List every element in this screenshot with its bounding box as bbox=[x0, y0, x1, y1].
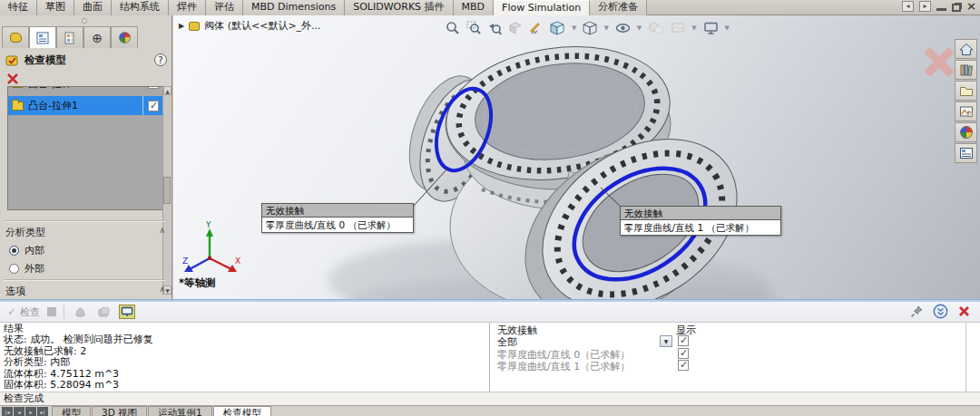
ribbon-tab-structure[interactable]: 结构系统 bbox=[112, 0, 169, 15]
property-manager-tabs: ⊕ bbox=[2, 26, 138, 48]
ribbon-tab-surfaces[interactable]: 曲面 bbox=[74, 0, 112, 15]
pane-previous-icon[interactable]: ◂ bbox=[902, 1, 914, 12]
view-palette-tab[interactable] bbox=[955, 102, 977, 121]
tab-scroll-buttons[interactable]: |◂ ◂ ▸ ▸| bbox=[2, 407, 48, 416]
cancel-icon[interactable] bbox=[5, 72, 20, 86]
close-button[interactable]: × bbox=[966, 1, 976, 12]
filter-dropdown-icon[interactable]: ▼ bbox=[660, 335, 672, 347]
document-breadcrumb[interactable]: ▶ 阀体 (默认<<默认>_外... bbox=[179, 19, 321, 33]
ribbon-tab-features[interactable]: 特征 bbox=[0, 0, 37, 15]
collapse-chevron-icon[interactable]: ∧ bbox=[159, 285, 165, 298]
tab-scroll-prev-icon[interactable]: ◂ bbox=[14, 407, 24, 416]
dropdown-caret-icon[interactable]: ▼ bbox=[725, 24, 730, 32]
close-panel-icon[interactable] bbox=[957, 305, 971, 318]
propertymanager-tab[interactable] bbox=[29, 26, 56, 48]
stop-button[interactable] bbox=[47, 307, 56, 316]
callout-invalid-contact-1[interactable]: 无效接触 零厚度曲线/直线 1 （已求解） bbox=[620, 206, 781, 236]
restore-button[interactable] bbox=[952, 4, 961, 12]
show-fluid-volume-button[interactable] bbox=[72, 305, 88, 319]
contact-item[interactable]: 零厚度曲线/直线 1（已求解） bbox=[497, 360, 630, 373]
panel-splitter[interactable] bbox=[0, 15, 172, 26]
callout-invalid-contact-0[interactable]: 无效接触 零厚度曲线/直线 0 （已求解） bbox=[261, 203, 414, 233]
dropdown-caret-icon[interactable]: ▼ bbox=[603, 24, 608, 32]
result-analysis-type: 分析类型: 内部 bbox=[4, 357, 485, 368]
radio-external[interactable]: 外部 bbox=[9, 262, 44, 276]
design-library-tab[interactable] bbox=[955, 60, 977, 80]
feature-checkbox[interactable] bbox=[148, 101, 159, 111]
view-orientation-icon[interactable] bbox=[550, 21, 565, 35]
display-style-icon[interactable] bbox=[583, 21, 597, 35]
help-icon[interactable]: ? bbox=[154, 53, 167, 66]
options-section-header[interactable]: 选项 ∧ bbox=[5, 285, 165, 298]
ribbon-tab-weldments[interactable]: 焊件 bbox=[169, 0, 206, 15]
home-tab[interactable] bbox=[955, 39, 977, 59]
configurationmanager-tab[interactable] bbox=[56, 26, 83, 48]
displaymanager-icon bbox=[119, 32, 131, 44]
show-invalid-contacts-button[interactable] bbox=[119, 305, 135, 319]
check-model-icon bbox=[5, 53, 20, 66]
callout-body: 零厚度曲线/直线 0 （已求解） bbox=[262, 218, 413, 232]
zoom-fit-icon[interactable] bbox=[446, 21, 460, 35]
file-explorer-tab[interactable] bbox=[955, 81, 977, 101]
feature-checkbox[interactable] bbox=[148, 87, 159, 89]
displaymanager-tab[interactable] bbox=[111, 26, 138, 48]
tab-scroll-first-icon[interactable]: |◂ bbox=[2, 407, 13, 416]
tab-scroll-next-icon[interactable]: ▸ bbox=[25, 407, 36, 416]
show-solid-volume-button[interactable] bbox=[95, 305, 112, 319]
section-view-icon[interactable] bbox=[508, 21, 523, 35]
list-item[interactable]: 凸台-拉伸1 bbox=[8, 87, 162, 96]
task-pane bbox=[955, 39, 978, 163]
contact-checkbox[interactable] bbox=[678, 348, 689, 359]
custom-properties-tab[interactable] bbox=[955, 143, 977, 163]
triad-x-label: X bbox=[235, 256, 240, 266]
collapse-chevron-icon[interactable]: ∧ bbox=[159, 226, 165, 239]
tab-scroll-last-icon[interactable]: ▸| bbox=[37, 407, 48, 416]
callout-body: 零厚度曲线/直线 1 （已求解） bbox=[621, 220, 780, 235]
appearance-icon[interactable] bbox=[648, 21, 664, 35]
3d-model[interactable] bbox=[173, 15, 980, 299]
dropdown-caret-icon[interactable]: ▼ bbox=[572, 24, 576, 32]
hide-show-items-icon[interactable] bbox=[615, 21, 631, 35]
scene-icon[interactable] bbox=[671, 21, 685, 35]
show-all-checkbox[interactable] bbox=[678, 335, 689, 346]
status-bar: 检查完成 bbox=[0, 392, 980, 405]
tab-3d-views[interactable]: 3D 视图 bbox=[92, 406, 147, 416]
ribbon-tab-sketch[interactable]: 草图 bbox=[37, 0, 74, 15]
appearances-icon bbox=[960, 126, 973, 139]
dropdown-caret-icon[interactable]: ▼ bbox=[637, 24, 642, 32]
expand-tree-icon[interactable]: ▶ bbox=[179, 22, 184, 30]
tab-model[interactable]: 模型 bbox=[52, 406, 91, 416]
graphics-viewport[interactable]: ▶ 阀体 (默认<<默认>_外... ▼ ▼ ▼ ▼ ▼ bbox=[173, 15, 980, 299]
radio-internal[interactable]: 内部 bbox=[9, 244, 44, 257]
minimize-button[interactable] bbox=[936, 8, 946, 11]
ribbon-tab-addins[interactable]: SOLIDWORKS 插件 bbox=[345, 0, 453, 15]
ribbon-tab-flow-simulation[interactable]: Flow Simulation bbox=[494, 0, 590, 15]
previous-view-icon[interactable] bbox=[487, 21, 502, 35]
pane-next-icon[interactable]: ▸ bbox=[919, 1, 931, 12]
ribbon-tab-analysis-prep[interactable]: 分析准备 bbox=[590, 0, 647, 15]
measure-icon[interactable] bbox=[529, 21, 544, 35]
check-button[interactable]: ✓ 检查 bbox=[7, 305, 40, 319]
contacts-filter-value[interactable]: 全部 bbox=[497, 335, 517, 349]
ribbon-tab-mbd[interactable]: MBD bbox=[454, 0, 495, 15]
ribbon-tab-mbd-dimensions[interactable]: MBD Dimensions bbox=[243, 0, 345, 15]
collapse-panel-icon[interactable] bbox=[933, 304, 948, 319]
contact-checkbox[interactable] bbox=[678, 360, 689, 371]
scroll-up-icon[interactable]: ▲ bbox=[163, 86, 172, 95]
featuremanager-tab[interactable] bbox=[2, 26, 29, 48]
dropdown-caret-icon[interactable]: ▼ bbox=[691, 24, 696, 32]
tab-check-model[interactable]: 检查模型 bbox=[213, 406, 271, 416]
dimxpert-tab[interactable]: ⊕ bbox=[83, 26, 111, 48]
pin-icon[interactable] bbox=[910, 305, 924, 318]
view-palette-icon bbox=[959, 105, 974, 118]
analysis-type-section-header[interactable]: 分析类型 ∧ bbox=[5, 226, 165, 239]
view-settings-icon[interactable] bbox=[703, 21, 719, 35]
appearances-tab[interactable] bbox=[955, 122, 977, 142]
invalid-contacts-icon bbox=[121, 306, 133, 317]
ribbon-tab-evaluate[interactable]: 评估 bbox=[206, 0, 243, 15]
pm-scrollbar[interactable]: ▲ ▼ bbox=[162, 86, 171, 295]
tab-motion-study[interactable]: 运动算例1 bbox=[148, 406, 212, 416]
zoom-area-icon[interactable] bbox=[466, 21, 481, 35]
list-item-selected[interactable]: 凸台-拉伸1 bbox=[8, 96, 162, 115]
scroll-thumb[interactable] bbox=[163, 177, 171, 204]
